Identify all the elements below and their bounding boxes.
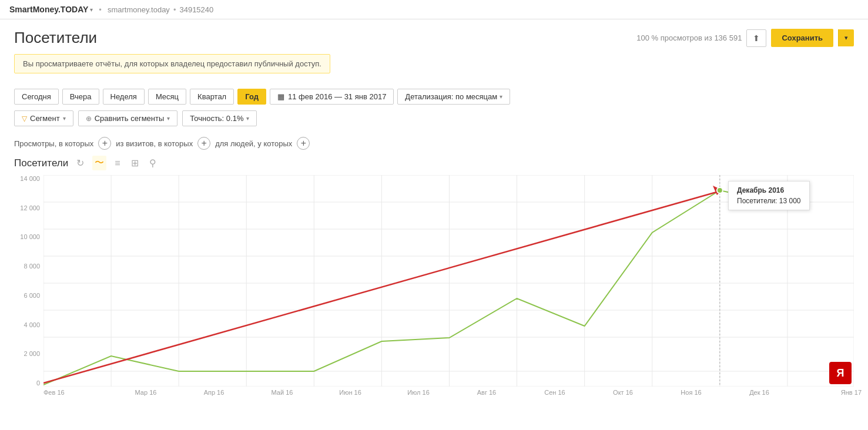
date-filter-row: Сегодня Вчера Неделя Месяц Квартал Год ▦… (14, 89, 854, 105)
top-bar-id: 34915240 (179, 5, 213, 14)
add-visits-filter[interactable]: + (197, 137, 210, 150)
y-label-0: 0 (14, 379, 43, 387)
filter-year[interactable]: Год (237, 89, 266, 105)
compare-label: Сравнить сегменты (95, 114, 165, 123)
info-banner: Вы просматриваете отчёты, для которых вл… (14, 54, 330, 73)
title-arrow[interactable]: ▾ (90, 6, 93, 13)
chart-icon-grid[interactable]: ⊞ (129, 156, 141, 170)
x-label-nov: Ноя 16 (657, 389, 725, 396)
segment-filter-row: ▽ Сегмент ▾ ⊕ Сравнить сегменты ▾ Точнос… (14, 110, 854, 126)
y-label-14000: 14 000 (14, 175, 43, 182)
main-content: Посетители 100 % просмотров из 136 591 ⬆… (0, 19, 868, 405)
y-axis: 14 000 12 000 10 000 8 000 6 000 4 000 2… (14, 175, 43, 387)
export-button[interactable]: ⬆ (746, 29, 766, 47)
y-label-4000: 4 000 (14, 321, 43, 328)
add-views-filter[interactable]: + (98, 137, 111, 150)
x-axis: Фев 16 Мар 16 Апр 16 Май 16 Июн 16 Июл 1… (43, 387, 854, 396)
page-title: Посетители (14, 29, 97, 47)
compare-icon: ⊕ (86, 115, 92, 123)
chart-title-row: Посетители ↻ 〜 ≡ ⊞ ⚲ (14, 156, 854, 170)
detail-button[interactable]: Детализация: по месяцам ▾ (397, 89, 510, 105)
chart-icon-line[interactable]: 〜 (92, 156, 106, 170)
filter-week[interactable]: Неделя (103, 89, 145, 105)
x-label-jun: Июн 16 (316, 389, 384, 396)
x-label-sep: Сен 16 (521, 389, 589, 396)
x-label-apr: Апр 16 (180, 389, 248, 396)
segment-label: Сегмент (30, 114, 60, 123)
accuracy-label: Точность: 0.1% (190, 114, 243, 123)
add-people-filter[interactable]: + (297, 137, 310, 150)
x-label-mar: Мар 16 (112, 389, 180, 396)
accuracy-arrow: ▾ (246, 115, 249, 122)
x-label-dec: Дек 16 (725, 389, 793, 396)
y-label-10000: 10 000 (14, 233, 43, 240)
page-title-row: Посетители 100 % просмотров из 136 591 ⬆… (14, 29, 854, 47)
top-bar: SmartMoney.TODAY ▾ • smartmoney.today • … (0, 0, 868, 19)
detail-label: Детализация: по месяцам (405, 92, 497, 101)
chart-icon-person[interactable]: ⚲ (147, 156, 159, 170)
tooltip-month: Декабрь 2016 (737, 186, 801, 194)
y-label-2000: 2 000 (14, 350, 43, 357)
green-line-chart (43, 190, 787, 385)
filter-today[interactable]: Сегодня (14, 89, 59, 105)
red-trend-line (43, 190, 723, 383)
site-title[interactable]: SmartMoney.TODAY (9, 5, 88, 14)
chart-icon-bar[interactable]: ≡ (112, 157, 122, 170)
people-filter-label: для людей, у которых (215, 139, 292, 148)
chart-title: Посетители (14, 157, 68, 169)
metric-filter-row: Просмотры, в которых + из визитов, в кот… (14, 137, 854, 150)
watermark: Я (829, 362, 852, 384)
filter-quarter[interactable]: Квартал (190, 89, 234, 105)
detail-arrow-icon: ▾ (500, 93, 502, 100)
x-label-aug: Авг 16 (453, 389, 521, 396)
save-button[interactable]: Сохранить (771, 29, 833, 47)
header-right: 100 % просмотров из 136 591 ⬆ Сохранить … (636, 29, 854, 47)
views-filter-label: Просмотры, в которых (14, 139, 93, 148)
chart-tooltip: Декабрь 2016 Посетители: 13 000 (728, 181, 810, 210)
top-bar-url: smartmoney.today (108, 5, 170, 14)
stats-label: 100 % просмотров из 136 591 (636, 33, 742, 42)
x-label-feb: Фев 16 (43, 389, 112, 396)
save-arrow-button[interactable]: ▾ (838, 29, 854, 46)
y-label-12000: 12 000 (14, 204, 43, 211)
segment-button[interactable]: ▽ Сегмент ▾ (14, 110, 73, 126)
tooltip-value-row: Посетители: 13 000 (737, 197, 801, 205)
x-label-may: Май 16 (248, 389, 316, 396)
tooltip-label: Посетители: (737, 197, 777, 205)
chart-peak-dot (717, 187, 723, 193)
segment-arrow: ▾ (63, 115, 66, 122)
top-bar-separator: • (99, 5, 102, 14)
y-label-6000: 6 000 (14, 292, 43, 299)
x-label-oct: Окт 16 (589, 389, 657, 396)
chart-svg-wrapper: Декабрь 2016 Посетители: 13 000 Я (43, 175, 854, 387)
visits-filter-label: из визитов, в которых (116, 139, 193, 148)
x-label-jul: Июл 16 (384, 389, 453, 396)
chart-icon-refresh[interactable]: ↻ (74, 156, 86, 170)
compare-arrow: ▾ (167, 115, 170, 122)
calendar-icon: ▦ (277, 92, 284, 101)
watermark-letter: Я (837, 367, 844, 379)
y-label-8000: 8 000 (14, 263, 43, 270)
tooltip-value: 13 000 (779, 197, 801, 205)
top-bar-dot: • (173, 5, 176, 14)
filter-month[interactable]: Месяц (148, 89, 186, 105)
x-label-jan: Янв 17 (793, 389, 862, 396)
segment-icon: ▽ (22, 115, 27, 123)
filter-yesterday[interactable]: Вчера (62, 89, 99, 105)
date-range-button[interactable]: ▦ 11 фев 2016 — 31 янв 2017 (270, 89, 394, 105)
date-range-label: 11 фев 2016 — 31 янв 2017 (288, 92, 386, 101)
accuracy-button[interactable]: Точность: 0.1% ▾ (182, 110, 257, 126)
chart-area: 14 000 12 000 10 000 8 000 6 000 4 000 2… (14, 175, 854, 387)
compare-segments-button[interactable]: ⊕ Сравнить сегменты ▾ (78, 110, 178, 126)
